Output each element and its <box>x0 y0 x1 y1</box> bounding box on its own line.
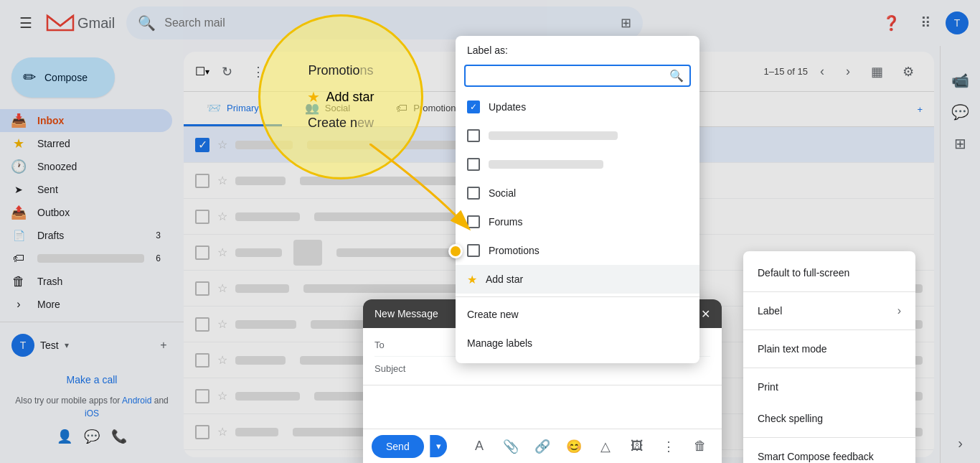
context-menu-item-smart-compose[interactable]: Smart Compose feedback <box>743 441 915 463</box>
emoji-icon[interactable]: 😊 <box>561 434 587 459</box>
label-item-1[interactable] <box>456 121 699 150</box>
manage-labels-action[interactable]: Manage labels <box>456 329 699 357</box>
context-menu-divider-4 <box>743 437 915 438</box>
label-search-icon[interactable]: 🔍 <box>669 69 684 83</box>
context-menu-item-label: Label <box>758 305 782 317</box>
updates-checkbox[interactable]: ✓ <box>467 100 480 113</box>
label-text-2 <box>489 160 603 169</box>
label-search-input[interactable] <box>471 70 664 82</box>
context-menu-divider <box>743 291 915 292</box>
add-star-icon: ★ <box>467 273 477 286</box>
add-star-label: Add star <box>486 273 523 285</box>
context-menu-item-plaintext[interactable]: Plain text mode <box>743 333 915 365</box>
delete-draft-icon[interactable]: 🗑 <box>687 434 713 459</box>
context-menu: Default to full-screen Label › Plain tex… <box>743 251 915 463</box>
context-menu-divider-3 <box>743 368 915 368</box>
attach-file-icon[interactable]: 📎 <box>498 434 524 459</box>
label-item-social[interactable]: Social <box>456 179 699 207</box>
more-icon[interactable]: ⋮ <box>656 434 682 459</box>
context-menu-item-print[interactable]: Print <box>743 371 915 403</box>
context-menu-item-label: Smart Compose feedback <box>758 451 874 462</box>
label-text-social: Social <box>489 187 516 199</box>
context-menu-item-label: Default to full-screen <box>758 267 849 279</box>
compose-toolbar: Send ▾ A 📎 🔗 😊 △ 🖼 ⋮ 🗑 <box>363 429 722 463</box>
compose-close-button[interactable]: ✕ <box>701 307 710 321</box>
label-dropdown: Label as: 🔍 ✓ Updates Social Forums Prom… <box>456 36 699 363</box>
context-menu-item-fullscreen[interactable]: Default to full-screen <box>743 257 915 289</box>
promotions-checkbox[interactable] <box>467 244 480 257</box>
insert-link-icon[interactable]: 🔗 <box>529 434 555 459</box>
context-menu-divider-2 <box>743 329 915 330</box>
label-text-forums: Forums <box>489 216 522 228</box>
label-item-2[interactable] <box>456 150 699 179</box>
label-search[interactable]: 🔍 <box>464 65 691 87</box>
send-dropdown-button[interactable]: ▾ <box>430 435 447 457</box>
label-text-1 <box>489 131 618 140</box>
compose-body[interactable] <box>363 385 722 429</box>
label-item-updates[interactable]: ✓ Updates <box>456 93 699 121</box>
send-button[interactable]: Send <box>372 435 424 458</box>
label-checkbox-2[interactable] <box>467 158 480 171</box>
photo-icon[interactable]: 🖼 <box>624 434 650 459</box>
context-menu-item-label: Check spelling <box>758 413 823 424</box>
forums-checkbox[interactable] <box>467 215 480 228</box>
drive-icon[interactable]: △ <box>593 434 618 459</box>
social-checkbox[interactable] <box>467 187 480 200</box>
context-menu-item-label: Plain text mode <box>758 343 827 355</box>
context-menu-item-label: Print <box>758 381 778 393</box>
create-new-action[interactable]: Create new <box>456 300 699 329</box>
label-item-promotions[interactable]: Promotions <box>456 236 699 265</box>
context-menu-item-label[interactable]: Label › <box>743 295 915 327</box>
label-item-forums[interactable]: Forums <box>456 207 699 236</box>
label-dropdown-header: Label as: <box>456 36 699 65</box>
label-divider <box>456 296 699 297</box>
label-checkbox-1[interactable] <box>467 129 480 142</box>
label-text-updates: Updates <box>489 101 526 113</box>
label-add-star-row[interactable]: ★ Add star <box>456 265 699 294</box>
label-text-promotions: Promotions <box>489 245 540 256</box>
context-submenu-arrow: › <box>897 304 901 317</box>
format-text-icon[interactable]: A <box>466 434 492 459</box>
context-menu-item-spelling[interactable]: Check spelling <box>743 403 915 434</box>
